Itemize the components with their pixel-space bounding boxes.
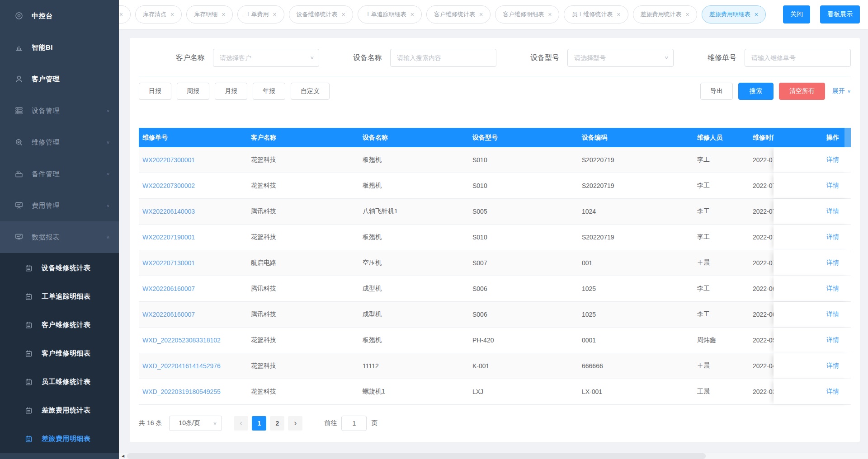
detail-link[interactable]: 详情 bbox=[826, 336, 839, 344]
export-button[interactable]: 导出 bbox=[700, 83, 733, 100]
sidebar-item-reports[interactable]: 数据报表 ∧ bbox=[0, 221, 119, 253]
repair-order-field[interactable] bbox=[745, 49, 851, 67]
detail-link[interactable]: 详情 bbox=[826, 259, 839, 267]
report-sheet-icon bbox=[25, 264, 33, 272]
repair-order-number-link[interactable]: WX202207300002 bbox=[139, 182, 247, 189]
device-name-field[interactable] bbox=[390, 49, 496, 67]
tab[interactable]: 客户维修统计表 × bbox=[426, 5, 491, 23]
close-icon[interactable]: × bbox=[479, 11, 483, 18]
table-row: WX202207130001 航启电路 空压机 S007 001 王晨 2022… bbox=[139, 250, 851, 276]
period-button[interactable]: 年报 bbox=[253, 83, 285, 100]
detail-link[interactable]: 详情 bbox=[826, 285, 839, 293]
device-name-cell: 板翘机 bbox=[359, 156, 469, 164]
horizontal-scrollbar[interactable]: ◀ bbox=[119, 453, 868, 459]
sidebar-submenu-item[interactable]: 差旅费用明细表 bbox=[0, 425, 119, 453]
sidebar-submenu-item[interactable]: 差旅费用统计表 bbox=[0, 396, 119, 425]
period-button[interactable]: 自定义 bbox=[291, 83, 330, 100]
close-icon[interactable]: × bbox=[686, 11, 689, 18]
repair-order-number-link[interactable]: WX202206160007 bbox=[139, 311, 247, 318]
clear-all-button[interactable]: 清空所有 bbox=[779, 83, 825, 100]
sidebar-submenu-item[interactable]: 客户维修明细表 bbox=[0, 339, 119, 368]
period-button[interactable]: 周报 bbox=[177, 83, 209, 100]
repair-order-number-link[interactable]: WX202206140003 bbox=[139, 208, 247, 215]
repair-order-number-link[interactable]: WX202207300001 bbox=[139, 156, 247, 164]
detail-link[interactable]: 详情 bbox=[826, 182, 839, 190]
repair-order-number-link[interactable]: WXD_20220416141452976 bbox=[139, 362, 247, 370]
tab[interactable]: 差旅费用明细表 × bbox=[702, 5, 766, 23]
repair-person-cell: 王晨 bbox=[693, 362, 749, 370]
page-size-select[interactable]: 10条/页 ∨ bbox=[169, 416, 222, 431]
customer-select-input[interactable] bbox=[213, 49, 319, 67]
goto-page-input[interactable] bbox=[341, 416, 367, 431]
close-icon[interactable]: × bbox=[342, 11, 345, 18]
tab[interactable]: 客户维修明细表 × bbox=[495, 5, 559, 23]
repair-order-number-link[interactable]: WX202207190001 bbox=[139, 234, 247, 241]
sidebar-item-label: 客户管理 bbox=[32, 75, 110, 84]
device-name-input[interactable] bbox=[390, 49, 496, 67]
close-icon[interactable]: × bbox=[119, 11, 123, 18]
scroll-left-icon[interactable]: ◀ bbox=[119, 453, 127, 459]
close-icon[interactable]: × bbox=[617, 11, 620, 18]
close-icon[interactable]: × bbox=[222, 11, 225, 18]
tab[interactable]: × bbox=[119, 5, 131, 23]
repair-time-cell: 2022-07 bbox=[749, 234, 774, 241]
sidebar-submenu-item[interactable]: 客户维修统计表 bbox=[0, 311, 119, 339]
actions-cell: 详情 bbox=[774, 276, 851, 301]
sidebar-item-expenses[interactable]: 费用管理 ∨ bbox=[0, 190, 119, 221]
prev-page-button[interactable]: ‹ bbox=[234, 416, 248, 431]
period-button[interactable]: 月报 bbox=[215, 83, 247, 100]
period-button[interactable]: 日报 bbox=[139, 83, 171, 100]
sidebar-item-repairs[interactable]: 维修管理 ∨ bbox=[0, 126, 119, 158]
device-name-cell: 八轴飞针机1 bbox=[359, 207, 469, 215]
tab[interactable]: 员工维修统计表 × bbox=[564, 5, 628, 23]
sidebar-item-customers[interactable]: 客户管理 bbox=[0, 63, 119, 95]
tab[interactable]: 工单追踪明细表 × bbox=[358, 5, 422, 23]
repair-order-number-link[interactable]: WX202207130001 bbox=[139, 259, 247, 267]
search-button[interactable]: 搜索 bbox=[738, 83, 774, 100]
device-model-select-input[interactable] bbox=[567, 49, 674, 67]
sidebar-item-smart-bi[interactable]: 智能BI bbox=[0, 32, 119, 63]
repair-time-cell: 2022-04 bbox=[749, 362, 774, 370]
pagination: 共 16 条 10条/页 ∨ ‹ 1 2 › bbox=[139, 416, 851, 431]
repair-order-number-link[interactable]: WXD_20220319180549255 bbox=[139, 388, 247, 395]
detail-link[interactable]: 详情 bbox=[826, 207, 839, 215]
sidebar-item-devices[interactable]: 设备管理 ∨ bbox=[0, 95, 119, 126]
page-number-button[interactable]: 1 bbox=[252, 416, 266, 431]
close-icon[interactable]: × bbox=[410, 11, 414, 18]
detail-link[interactable]: 详情 bbox=[826, 388, 839, 396]
close-icon[interactable]: × bbox=[273, 11, 276, 18]
repair-order-number-link[interactable]: WXD_20220523083318102 bbox=[139, 337, 247, 344]
detail-link[interactable]: 详情 bbox=[826, 310, 839, 318]
customer-select[interactable]: ∨ bbox=[213, 49, 319, 67]
main-area: × 库存清点 × 库存明细 × 工单费用 × bbox=[119, 0, 868, 459]
sidebar-item-spare-parts[interactable]: 备件管理 ∨ bbox=[0, 158, 119, 190]
close-icon[interactable]: × bbox=[548, 11, 552, 18]
detail-link[interactable]: 详情 bbox=[826, 156, 839, 164]
column-header: 维修单号 bbox=[139, 134, 247, 142]
detail-link[interactable]: 详情 bbox=[826, 233, 839, 241]
close-all-button[interactable]: 关闭 bbox=[783, 5, 810, 23]
filter-label: 维修单号 bbox=[699, 53, 736, 63]
actions-cell: 详情 bbox=[774, 225, 851, 250]
tab[interactable]: 库存清点 × bbox=[135, 5, 182, 23]
repair-order-number-link[interactable]: WX202206160007 bbox=[139, 285, 247, 292]
tab[interactable]: 差旅费用统计表 × bbox=[633, 5, 697, 23]
repair-order-input[interactable] bbox=[745, 49, 851, 67]
expense-icon bbox=[14, 201, 24, 210]
sidebar-item-console[interactable]: 中控台 bbox=[0, 0, 119, 32]
sidebar-submenu-item[interactable]: 员工维修统计表 bbox=[0, 368, 119, 396]
detail-link[interactable]: 详情 bbox=[826, 362, 839, 370]
sidebar-submenu-item[interactable]: 工单追踪明细表 bbox=[0, 282, 119, 311]
tab[interactable]: 设备维修统计表 × bbox=[289, 5, 353, 23]
next-page-button[interactable]: › bbox=[288, 416, 302, 431]
scrollbar-thumb[interactable] bbox=[127, 453, 706, 459]
page-number-button[interactable]: 2 bbox=[270, 416, 284, 431]
expand-toggle[interactable]: 展开 ∨ bbox=[832, 87, 851, 95]
device-model-select[interactable]: ∨ bbox=[567, 49, 674, 67]
tab[interactable]: 库存明细 × bbox=[186, 5, 233, 23]
sidebar-submenu-item[interactable]: 设备维修统计表 bbox=[0, 254, 119, 282]
board-display-button[interactable]: 看板展示 bbox=[820, 5, 860, 23]
close-icon[interactable]: × bbox=[170, 11, 174, 18]
tab[interactable]: 工单费用 × bbox=[237, 5, 284, 23]
close-icon[interactable]: × bbox=[755, 11, 758, 18]
